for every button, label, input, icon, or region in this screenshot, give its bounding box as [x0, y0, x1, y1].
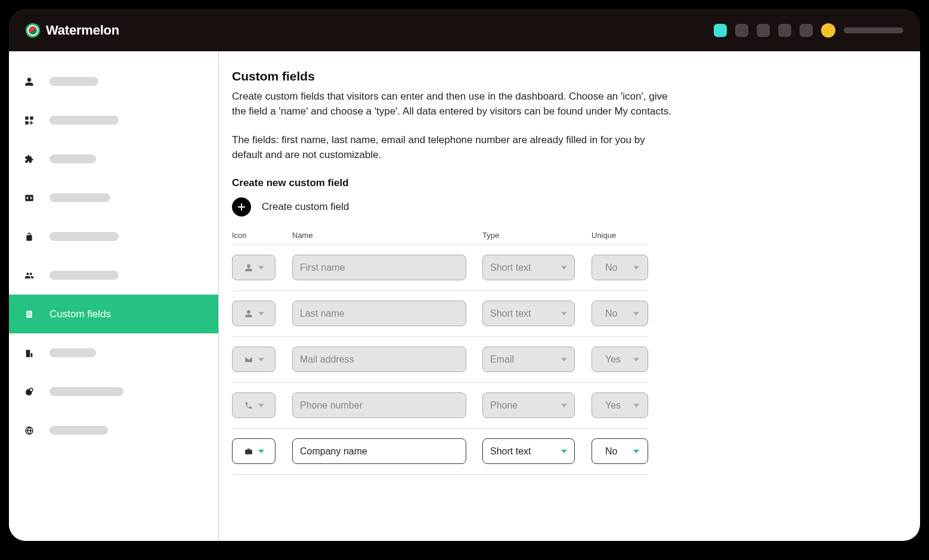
envelope-icon [244, 355, 253, 364]
sidebar-item[interactable] [9, 333, 218, 372]
unique-select: Yes [592, 346, 648, 372]
unique-select: Yes [592, 392, 648, 418]
chevron-down-icon [561, 266, 567, 270]
chevron-down-icon [258, 266, 264, 270]
name-value: Company name [300, 446, 367, 457]
status-indicator[interactable] [778, 24, 791, 37]
sidebar-placeholder [49, 426, 108, 435]
chevron-down-icon [633, 266, 639, 270]
sidebar-item[interactable] [9, 62, 218, 101]
sidebar-placeholder [49, 387, 123, 396]
page-description: Create custom fields that visitors can e… [232, 89, 673, 119]
sidebar-item[interactable] [9, 178, 218, 217]
svg-rect-6 [27, 314, 30, 315]
unique-select: No [592, 301, 648, 326]
chevron-down-icon [561, 404, 567, 407]
globe-icon [23, 425, 35, 437]
type-value: Email [490, 354, 514, 365]
svg-rect-0 [25, 116, 28, 119]
type-select[interactable]: Short text [482, 438, 575, 464]
users-icon [23, 270, 35, 281]
icon-select [232, 255, 275, 280]
chevron-down-icon [633, 358, 639, 361]
topbar-right [714, 23, 903, 38]
sidebar-placeholder [49, 232, 119, 241]
user-icon [244, 263, 253, 273]
unique-select[interactable]: No [592, 438, 648, 464]
type-value: Short text [490, 308, 531, 319]
name-field[interactable]: Company name [292, 438, 466, 464]
chevron-down-icon [258, 450, 264, 453]
unique-value: Yes [605, 354, 621, 365]
name-value: Phone number [300, 400, 363, 411]
unique-value: No [605, 446, 617, 457]
chevron-down-icon [258, 312, 264, 315]
type-select: Email [482, 346, 575, 372]
status-indicator[interactable] [800, 24, 813, 37]
sidebar-placeholder [49, 271, 119, 280]
type-select: Short text [482, 255, 575, 280]
sidebar: Custom fields [9, 51, 219, 541]
chevron-down-icon [633, 450, 639, 453]
sidebar-placeholder [49, 348, 96, 357]
app-name: Watermelon [46, 23, 119, 38]
chevron-down-icon [561, 358, 567, 361]
type-value: Short text [490, 446, 531, 457]
status-indicator[interactable] [735, 24, 748, 37]
type-select: Short text [482, 301, 575, 326]
main-content: Custom fields Create custom fields that … [219, 51, 920, 541]
grid-plus-icon [23, 115, 35, 126]
chevron-down-icon [633, 404, 639, 407]
sidebar-item[interactable] [9, 101, 218, 140]
svg-rect-2 [25, 121, 28, 124]
avatar[interactable] [821, 23, 835, 38]
type-value: Phone [490, 400, 518, 411]
table-row: Phone numberPhoneYes [232, 383, 648, 428]
sidebar-item[interactable] [9, 411, 218, 450]
name-field: Phone number [292, 392, 466, 418]
phone-icon [244, 401, 253, 410]
sidebar-item[interactable] [9, 140, 218, 178]
table-row: First nameShort textNo [232, 245, 648, 290]
name-field: Mail address [292, 346, 466, 372]
create-custom-field-row: Create custom field [232, 197, 903, 216]
name-field: Last name [292, 301, 466, 326]
table-row: Company nameShort textNo [232, 429, 648, 474]
document-icon [23, 308, 35, 320]
svg-rect-1 [30, 116, 33, 119]
unique-value: Yes [605, 400, 621, 411]
app-logo: Watermelon [26, 23, 119, 38]
chevron-down-icon [561, 450, 567, 453]
unique-value: No [605, 308, 617, 319]
unique-value: No [605, 262, 617, 273]
table-row: Last nameShort textNo [232, 291, 648, 336]
body: Custom fields Custom [9, 51, 920, 541]
icon-select [232, 346, 275, 372]
fields-table: Icon Name Type Unique First nameShort te… [232, 231, 648, 475]
sidebar-item[interactable] [9, 256, 218, 295]
chevron-down-icon [258, 358, 264, 361]
sidebar-item[interactable] [9, 372, 218, 411]
section-title: Create new custom field [232, 177, 903, 189]
sidebar-item[interactable] [9, 217, 218, 256]
sidebar-placeholder [49, 116, 119, 125]
col-header-unique: Unique [592, 231, 648, 240]
unique-select: No [592, 255, 648, 280]
topbar: Watermelon [9, 9, 920, 51]
type-select: Phone [482, 392, 575, 418]
sidebar-placeholder [49, 193, 110, 202]
icon-select [232, 301, 275, 326]
divider [232, 474, 648, 475]
chevron-down-icon [633, 312, 639, 315]
sidebar-item-custom-fields[interactable]: Custom fields [9, 295, 218, 333]
name-value: Mail address [300, 354, 354, 365]
sidebar-placeholder [49, 77, 98, 86]
icon-select[interactable] [232, 438, 275, 464]
status-indicator[interactable] [757, 24, 770, 37]
chevron-down-icon [258, 404, 264, 407]
status-indicator-active[interactable] [714, 24, 727, 37]
sidebar-placeholder [49, 154, 96, 163]
icon-select [232, 392, 275, 418]
table-header-row: Icon Name Type Unique [232, 231, 648, 245]
create-custom-field-button[interactable] [232, 197, 251, 216]
